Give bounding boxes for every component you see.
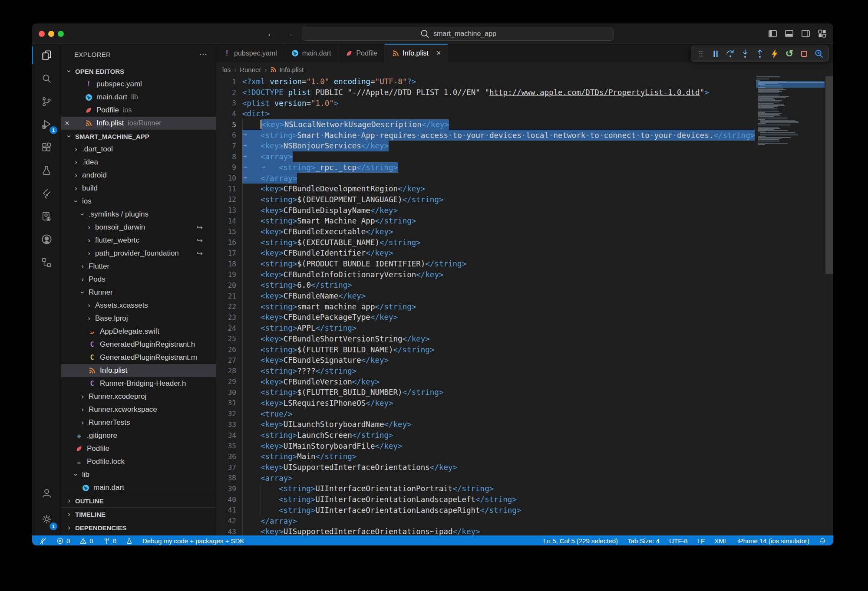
status-lf[interactable]: LF	[697, 535, 705, 546]
code-line-2[interactable]: 2<!DOCTYPE plist PUBLIC "-//Apple//DTD P…	[216, 87, 833, 98]
code-line-1[interactable]: 1<?xml version="1.0" encoding="UTF-8"?>	[216, 76, 833, 87]
hot-reload-button[interactable]	[769, 48, 781, 60]
scrollbar[interactable]	[825, 76, 833, 535]
tree-item-Base.lproj[interactable]: ›Base.lproj	[61, 312, 216, 325]
close-editor-icon[interactable]: ×	[61, 119, 73, 128]
tab-Info.plist[interactable]: Info.plist×	[385, 44, 448, 62]
code-line-18[interactable]: 18<string>$(PRODUCT_BUNDLE_IDENTIFIER)</…	[216, 259, 833, 269]
code-editor[interactable]: 1<?xml version="1.0" encoding="UTF-8"?>2…	[216, 76, 833, 535]
code-line-3[interactable]: 3<plist version="1.0">	[216, 98, 833, 108]
code-line-4[interactable]: 4<dict>	[216, 108, 833, 119]
code-line-27[interactable]: 27<key>CFBundleSignature</key>	[216, 355, 833, 366]
code-line-21[interactable]: 21<key>CFBundleName</key>	[216, 291, 833, 302]
tree-item-Flutter[interactable]: ›Flutter	[61, 260, 216, 273]
status-disconnect[interactable]	[39, 535, 47, 546]
code-line-7[interactable]: 7→<key>NSBonjourServices</key>	[216, 141, 833, 151]
status-error[interactable]: 0	[56, 535, 70, 546]
tree-item-bonsoir_darwin[interactable]: ›bonsoir_darwin↪	[61, 221, 216, 234]
tab-pubspec.yaml[interactable]: !pubspec.yaml	[216, 44, 284, 62]
status-debug-my-code-packages-s[interactable]: Debug my code + packages + SDK	[142, 535, 244, 546]
status-ln-5-col-5-229-selected-[interactable]: Ln 5, Col 5 (229 selected)	[543, 535, 618, 546]
tree-item-Runner.xcworkspace[interactable]: ›Runner.xcworkspace	[61, 403, 216, 416]
tree-item-.symlinks-plugins[interactable]: ›.symlinks / plugins	[61, 208, 216, 221]
close-window-button[interactable]	[39, 31, 45, 37]
code-line-23[interactable]: 23<key>CFBundlePackageType</key>	[216, 312, 833, 323]
code-line-34[interactable]: 34<string>LaunchScreen</string>	[216, 430, 833, 441]
minimap[interactable]	[756, 76, 825, 145]
code-line-19[interactable]: 19<key>CFBundleInfoDictionaryVersion</ke…	[216, 269, 833, 280]
tree-item-flutter_webrtc[interactable]: ›flutter_webrtc↪	[61, 234, 216, 247]
code-line-37[interactable]: 37<key>UISupportedInterfaceOrientations<…	[216, 462, 833, 473]
status-broadcast[interactable]: 0	[103, 535, 116, 546]
code-line-10[interactable]: 10→</array>	[216, 173, 833, 184]
tree-item-GeneratedPluginRegistrant.h[interactable]: CGeneratedPluginRegistrant.h	[61, 338, 216, 351]
code-line-13[interactable]: 13<key>CFBundleDisplayName</key>	[216, 205, 833, 216]
code-line-22[interactable]: 22<string>smart_machine_app</string>	[216, 301, 833, 312]
code-line-29[interactable]: 29<key>CFBundleVersion</key>	[216, 376, 833, 387]
tree-item-Info.plist[interactable]: Info.plist	[61, 364, 216, 377]
layout-sidebar-right-button[interactable]	[800, 29, 811, 39]
code-line-33[interactable]: 33<key>UILaunchStoryboardName</key>	[216, 419, 833, 430]
code-line-17[interactable]: 17<key>CFBundleIdentifier</key>	[216, 248, 833, 259]
activity-hierarchy-button[interactable]	[32, 251, 61, 274]
open-editor-Info.plist[interactable]: ×Info.plistios/Runner	[61, 117, 216, 130]
code-line-12[interactable]: 12<string>$(DEVELOPMENT_LANGUAGE)</strin…	[216, 194, 833, 205]
tab-main.dart[interactable]: main.dart	[284, 44, 339, 62]
activity-settings-gear-button[interactable]: 1	[32, 506, 61, 532]
tree-item-path_provider_foundation[interactable]: ›path_provider_foundation↪	[61, 247, 216, 260]
debug-inspect-button[interactable]	[813, 48, 825, 60]
tree-item-Runner.xcodeproj[interactable]: ›Runner.xcodeproj	[61, 390, 216, 403]
status-utf-8[interactable]: UTF-8	[669, 535, 688, 546]
step-out-button[interactable]	[754, 48, 766, 60]
tab-Podfile[interactable]: Podfile	[338, 44, 385, 62]
code-line-5[interactable]: 5<key>NSLocalNetworkUsageDescription</ke…	[216, 119, 833, 130]
tree-item-.idea[interactable]: ›.idea	[61, 156, 216, 169]
tree-item-.gitignore[interactable]: ◆.gitignore	[61, 429, 216, 442]
activity-extensions-button[interactable]	[32, 136, 61, 159]
breadcrumb-item-Info.plist[interactable]: Info.plist	[270, 66, 304, 73]
activity-files-button[interactable]	[32, 44, 61, 67]
section-outline[interactable]: ›OUTLINE	[61, 494, 216, 507]
tree-item-Pods[interactable]: ›Pods	[61, 273, 216, 286]
tree-item-build[interactable]: ›build	[61, 182, 216, 195]
open-editors-header[interactable]: › OPEN EDITORS	[61, 65, 216, 78]
code-line-32[interactable]: 32<true/>	[216, 408, 833, 419]
close-tab-icon[interactable]: ×	[436, 49, 441, 58]
status-xml[interactable]: XML	[714, 535, 728, 546]
tree-item-ios[interactable]: ›ios	[61, 195, 216, 208]
breadcrumb-item-ios[interactable]: ios	[222, 66, 231, 73]
forward-button[interactable]: →	[285, 29, 294, 39]
tree-item-.dart_tool[interactable]: ›.dart_tool	[61, 143, 216, 156]
code-line-42[interactable]: 42</array>	[216, 515, 833, 526]
project-root-header[interactable]: › SMART_MACHINE_APP	[61, 130, 216, 143]
status-warning[interactable]: 0	[79, 535, 93, 546]
code-line-28[interactable]: 28<string>????</string>	[216, 366, 833, 377]
stop-button[interactable]	[798, 48, 810, 60]
code-line-6[interactable]: 6→<string>Smart·Machine·App·requires·acc…	[216, 130, 833, 141]
step-over-button[interactable]	[724, 48, 736, 60]
code-line-41[interactable]: 41<string>UIInterfaceOrientationLandscap…	[216, 505, 833, 516]
code-line-39[interactable]: 39<string>UIInterfaceOrientationPortrait…	[216, 483, 833, 494]
open-editor-pubspec.yaml[interactable]: !pubspec.yaml	[61, 78, 216, 91]
status-iphone-14-ios-simulator-[interactable]: iPhone 14 (ios simulator)	[737, 535, 809, 546]
activity-search-button[interactable]	[32, 67, 61, 90]
section-timeline[interactable]: ›TIMELINE	[61, 507, 216, 521]
code-line-31[interactable]: 31<key>LSRequiresIPhoneOS</key>	[216, 398, 833, 409]
explorer-actions-button[interactable]: ⋯	[199, 49, 208, 59]
tree-item-Runner[interactable]: ›Runner	[61, 286, 216, 299]
activity-run-debug-button[interactable]: 1	[32, 113, 61, 136]
tree-item-Podfile.lock[interactable]: ≡Podfile.lock	[61, 455, 216, 468]
layout-sidebar-button[interactable]	[767, 29, 778, 39]
tree-item-lib[interactable]: ›lib	[61, 468, 216, 481]
activity-account-button[interactable]	[32, 480, 61, 506]
section-dependencies[interactable]: ›DEPENDENCIES	[61, 521, 216, 534]
minimize-window-button[interactable]	[48, 31, 54, 37]
activity-testing-button[interactable]	[32, 159, 61, 182]
status-beaker[interactable]	[126, 535, 133, 546]
activity-source-control-button[interactable]	[32, 90, 61, 113]
tree-item-android[interactable]: ›android	[61, 169, 216, 182]
layout-panel-button[interactable]	[784, 29, 794, 39]
code-line-30[interactable]: 30<string>$(FLUTTER_BUILD_NUMBER)</strin…	[216, 387, 833, 398]
activity-github-button[interactable]	[32, 228, 61, 251]
code-line-24[interactable]: 24<string>APPL</string>	[216, 323, 833, 334]
